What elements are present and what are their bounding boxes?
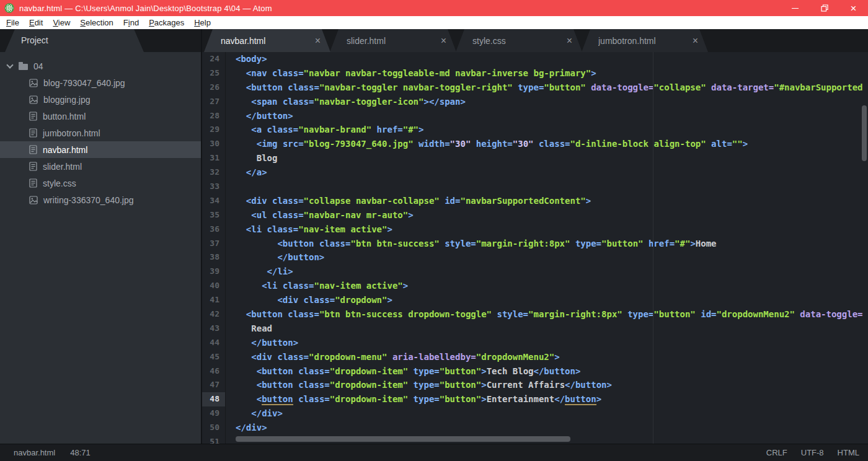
line-number[interactable]: 34 <box>202 194 226 208</box>
line-number[interactable]: 45 <box>202 350 226 364</box>
code-line-46[interactable]: 46 <button class="dropdown-item" type="b… <box>202 364 868 379</box>
tree-item-jumbotron-html[interactable]: jumbotron.html <box>0 125 201 141</box>
code-line-28[interactable]: 28 </button> <box>202 109 868 123</box>
code-line-24[interactable]: 24<body> <box>202 52 868 66</box>
menu-packages[interactable]: Packages <box>144 16 189 29</box>
code-line-38[interactable]: 38 </button> <box>202 250 868 265</box>
menu-help[interactable]: Help <box>189 16 216 29</box>
text-file-icon <box>29 128 37 138</box>
tab-jumbotron-html[interactable]: jumbotron.html× <box>582 29 708 52</box>
project-tab[interactable]: Project <box>5 29 144 52</box>
tab-navbar-html[interactable]: navbar.html× <box>204 29 330 52</box>
line-number[interactable]: 36 <box>202 222 226 237</box>
line-number[interactable]: 41 <box>202 293 226 307</box>
tab-close-icon[interactable]: × <box>441 36 446 46</box>
tree-item-04[interactable]: 04 <box>0 58 201 74</box>
line-number[interactable]: 43 <box>202 322 226 336</box>
code-line-36[interactable]: 36 <li class="nav-item active"> <box>202 222 868 237</box>
code-line-34[interactable]: 34 <div class="collapse navbar-collapse"… <box>202 194 868 208</box>
status-cursor-position[interactable]: 48:71 <box>70 448 91 457</box>
code-line-29[interactable]: 29 <a class="navbar-brand" href="#"> <box>202 123 868 137</box>
line-number[interactable]: 40 <box>202 279 226 293</box>
line-number[interactable]: 35 <box>202 208 226 222</box>
line-number[interactable]: 26 <box>202 81 226 95</box>
line-number[interactable]: 44 <box>202 336 226 350</box>
menu-selection[interactable]: Selection <box>75 16 118 29</box>
code-editor[interactable]: 24<body>25 <nav class="navbar navbar-tog… <box>202 52 868 444</box>
tab-style-css[interactable]: style.css× <box>456 29 582 52</box>
atom-window: navbar.html — C:\Users\Anmol Jain\Deskto… <box>0 0 868 461</box>
chevron-down-icon[interactable] <box>6 61 13 68</box>
code-line-43[interactable]: 43 Read <box>202 322 868 336</box>
menu-edit[interactable]: Edit <box>24 16 48 29</box>
tab-label: jumbotron.html <box>598 36 656 46</box>
line-number[interactable]: 30 <box>202 137 226 151</box>
line-number[interactable]: 42 <box>202 307 226 322</box>
maximize-restore-button[interactable] <box>810 0 839 16</box>
line-number[interactable]: 25 <box>202 66 226 81</box>
code-line-27[interactable]: 27 <span class="navbar-toggler-icon"></s… <box>202 95 868 109</box>
line-number[interactable]: 28 <box>202 109 226 123</box>
line-number[interactable]: 39 <box>202 265 226 279</box>
line-number[interactable]: 48 <box>202 392 226 406</box>
code-line-30[interactable]: 30 <img src="blog-793047_640.jpg" width=… <box>202 137 868 151</box>
tree-item-style-css[interactable]: style.css <box>0 175 201 191</box>
tree-item-button-html[interactable]: button.html <box>0 108 201 125</box>
line-number[interactable]: 33 <box>202 180 226 194</box>
code-line-48[interactable]: 48 <button class="dropdown-item" type="b… <box>202 392 868 406</box>
line-number[interactable]: 46 <box>202 364 226 379</box>
tab-close-icon[interactable]: × <box>693 36 698 46</box>
code-line-31[interactable]: 31 Blog <box>202 151 868 165</box>
tree-item-label: style.css <box>43 178 76 188</box>
line-number[interactable]: 31 <box>202 151 226 165</box>
code-line-35[interactable]: 35 <ul class="navbar-nav mr-auto"> <box>202 208 868 222</box>
code-line-47[interactable]: 47 <button class="dropdown-item" type="b… <box>202 378 868 392</box>
code-line-42[interactable]: 42 <button class="btn btn-success dropdo… <box>202 307 868 322</box>
text-file-icon <box>29 145 37 154</box>
code-line-26[interactable]: 26 <button class="navbar-toggler navbar-… <box>202 81 868 95</box>
image-file-icon <box>29 196 38 204</box>
tree-item-navbar-html[interactable]: navbar.html <box>0 141 201 158</box>
line-number[interactable]: 37 <box>202 237 226 251</box>
code-line-32[interactable]: 32 </a> <box>202 165 868 180</box>
line-number[interactable]: 24 <box>202 52 226 66</box>
menu-find[interactable]: Find <box>118 16 144 29</box>
status-line-ending[interactable]: CRLF <box>766 448 787 457</box>
tree-item-slider-html[interactable]: slider.html <box>0 158 201 175</box>
code-line-50[interactable]: 50</div> <box>202 421 868 435</box>
status-encoding[interactable]: UTF-8 <box>801 448 824 457</box>
line-number[interactable]: 49 <box>202 406 226 421</box>
vertical-scrollbar-thumb[interactable] <box>862 105 867 161</box>
tab-label: style.css <box>472 36 506 46</box>
tab-close-icon[interactable]: × <box>567 36 572 46</box>
status-filename: navbar.html <box>14 448 55 457</box>
tab-slider-html[interactable]: slider.html× <box>330 29 456 52</box>
tab-close-icon[interactable]: × <box>315 36 321 46</box>
tree-item-blog-793047-640-jpg[interactable]: blog-793047_640.jpg <box>0 74 201 91</box>
code-line-39[interactable]: 39 </li> <box>202 265 868 279</box>
line-number[interactable]: 50 <box>202 421 226 435</box>
line-number[interactable]: 51 <box>202 435 226 444</box>
line-number[interactable]: 29 <box>202 123 226 137</box>
code-line-40[interactable]: 40 <li class="nav-item active"> <box>202 279 868 293</box>
tree-item-writing-336370-640-jpg[interactable]: writing-336370_640.jpg <box>0 191 201 208</box>
minimize-button[interactable] <box>781 0 810 16</box>
code-text: <div class="collapse navbar-collapse" id… <box>226 194 868 208</box>
line-number[interactable]: 27 <box>202 95 226 109</box>
menu-file[interactable]: File <box>1 16 24 29</box>
code-line-41[interactable]: 41 <div class="dropdown"> <box>202 293 868 307</box>
code-line-33[interactable]: 33 <box>202 180 868 194</box>
close-button[interactable]: × <box>839 0 868 16</box>
line-number[interactable]: 47 <box>202 378 226 392</box>
menu-view[interactable]: View <box>48 16 75 29</box>
tree-item-blogging-jpg[interactable]: blogging.jpg <box>0 91 201 108</box>
code-line-44[interactable]: 44 </button> <box>202 336 868 350</box>
status-grammar[interactable]: HTML <box>838 448 859 457</box>
line-number[interactable]: 38 <box>202 250 226 265</box>
code-line-45[interactable]: 45 <div class="dropdown-menu" aria-label… <box>202 350 868 364</box>
code-line-25[interactable]: 25 <nav class="navbar navbar-toggleable-… <box>202 66 868 81</box>
code-line-49[interactable]: 49 </div> <box>202 406 868 421</box>
horizontal-scrollbar-thumb[interactable] <box>236 436 570 442</box>
line-number[interactable]: 32 <box>202 165 226 180</box>
code-line-37[interactable]: 37 <button class="btn btn-success" style… <box>202 237 868 251</box>
